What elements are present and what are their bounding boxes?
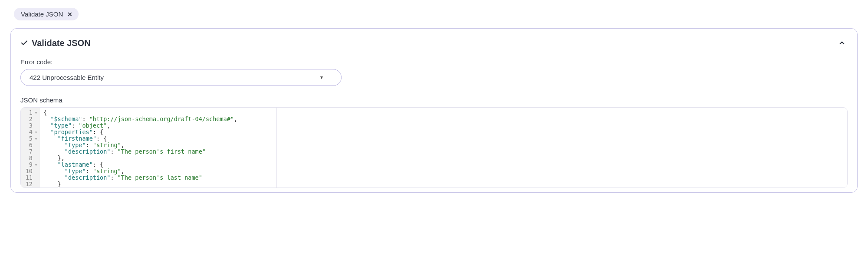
fold-toggle-icon[interactable]: ▾ xyxy=(34,109,37,116)
gutter-line: 3 xyxy=(25,122,37,129)
fold-toggle-icon[interactable]: ▾ xyxy=(34,135,37,142)
gutter-line: 7 xyxy=(25,148,37,155)
check-icon xyxy=(20,39,28,47)
error-code-select[interactable]: 422 Unprocessable Entity ▼ xyxy=(20,69,342,86)
validate-json-panel: Validate JSON Error code: 422 Unprocessa… xyxy=(10,28,858,193)
code-line: } xyxy=(43,181,273,188)
code-line: "lastname": { xyxy=(43,161,273,168)
fold-toggle-icon[interactable]: ▾ xyxy=(34,129,37,135)
code-line: "type": "string", xyxy=(43,168,273,174)
editor-pane: 1▾234▾5▾6789▾101112 { "$schema": "http:/… xyxy=(21,108,277,188)
json-schema-editor[interactable]: 1▾234▾5▾6789▾101112 { "$schema": "http:/… xyxy=(20,107,848,188)
error-code-select-wrap: 422 Unprocessable Entity ▼ xyxy=(20,69,342,86)
gutter-line: 11 xyxy=(25,174,37,181)
panel-title: Validate JSON xyxy=(20,38,91,48)
code-line: "properties": { xyxy=(43,129,273,135)
editor-empty-pane xyxy=(277,108,847,188)
gutter-line: 10 xyxy=(25,168,37,174)
validate-json-chip[interactable]: Validate JSON ✕ xyxy=(14,8,79,20)
caret-down-icon: ▼ xyxy=(319,75,324,80)
gutter-line: 6 xyxy=(25,142,37,148)
code-line: "description": "The person's first name" xyxy=(43,148,273,155)
code-line: "type": "string", xyxy=(43,142,273,148)
editor-code[interactable]: { "$schema": "http://json-schema.org/dra… xyxy=(40,108,276,188)
code-line: { xyxy=(43,109,273,116)
code-line: "firstname": { xyxy=(43,135,273,142)
gutter-line: 8 xyxy=(25,155,37,161)
gutter-line: 12 xyxy=(25,181,37,188)
code-line: "description": "The person's last name" xyxy=(43,174,273,181)
editor-gutter: 1▾234▾5▾6789▾101112 xyxy=(21,108,40,188)
chip-label: Validate JSON xyxy=(21,10,63,18)
chevron-up-icon[interactable] xyxy=(836,37,848,49)
panel-header: Validate JSON xyxy=(20,37,848,49)
error-code-label: Error code: xyxy=(20,58,848,66)
code-line: }, xyxy=(43,155,273,161)
gutter-line: 9▾ xyxy=(25,161,37,168)
gutter-line: 5▾ xyxy=(25,135,37,142)
gutter-line: 2 xyxy=(25,116,37,122)
error-code-value: 422 Unprocessable Entity xyxy=(30,74,104,81)
close-icon[interactable]: ✕ xyxy=(67,11,72,18)
json-schema-label: JSON schema xyxy=(20,96,848,104)
panel-title-text: Validate JSON xyxy=(32,38,91,48)
code-line: "type": "object", xyxy=(43,122,273,129)
code-line: "$schema": "http://json-schema.org/draft… xyxy=(43,116,273,122)
fold-toggle-icon[interactable]: ▾ xyxy=(34,161,37,168)
gutter-line: 4▾ xyxy=(25,129,37,135)
gutter-line: 1▾ xyxy=(25,109,37,116)
